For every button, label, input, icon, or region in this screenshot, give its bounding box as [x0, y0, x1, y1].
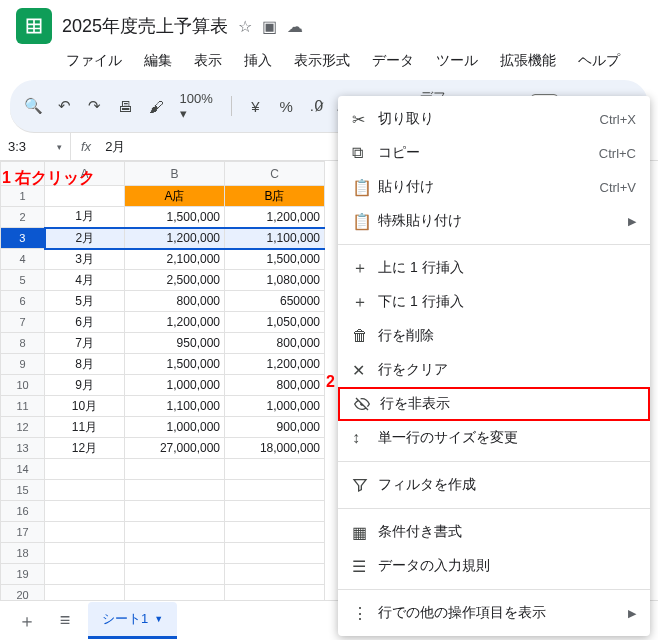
all-sheets-button[interactable]: ≡: [50, 606, 80, 636]
cell[interactable]: 1,100,000: [225, 228, 325, 249]
currency-yen-icon[interactable]: ¥: [244, 92, 267, 120]
row-header-15[interactable]: 15: [1, 480, 45, 501]
paint-format-icon[interactable]: 🖌: [145, 92, 168, 120]
row-header-17[interactable]: 17: [1, 522, 45, 543]
cell[interactable]: 12月: [45, 438, 125, 459]
ctx-resize-row[interactable]: ↕ 単一行のサイズを変更: [338, 421, 650, 455]
cell[interactable]: 1,080,000: [225, 270, 325, 291]
column-header-B[interactable]: B: [125, 162, 225, 186]
cell[interactable]: 1,200,000: [125, 312, 225, 333]
menu-data[interactable]: データ: [370, 48, 416, 74]
ctx-more[interactable]: ⋮ 行での他の操作項目を表示 ▶: [338, 596, 650, 630]
ctx-copy[interactable]: ⧉ コピー Ctrl+C: [338, 136, 650, 170]
cell[interactable]: [125, 522, 225, 543]
row-header-13[interactable]: 13: [1, 438, 45, 459]
cell[interactable]: 650000: [225, 291, 325, 312]
ctx-delete-row[interactable]: 🗑 行を削除: [338, 319, 650, 353]
star-icon[interactable]: ☆: [238, 17, 252, 36]
menu-format[interactable]: 表示形式: [292, 48, 352, 74]
print-icon[interactable]: 🖶: [114, 92, 137, 120]
ctx-create-filter[interactable]: フィルタを作成: [338, 468, 650, 502]
row-header-18[interactable]: 18: [1, 543, 45, 564]
cell[interactable]: 2,500,000: [125, 270, 225, 291]
cell[interactable]: 4月: [45, 270, 125, 291]
add-sheet-button[interactable]: ＋: [12, 606, 42, 636]
cell[interactable]: 800,000: [225, 375, 325, 396]
cell[interactable]: [125, 501, 225, 522]
cell[interactable]: [225, 480, 325, 501]
ctx-data-validation[interactable]: ☰ データの入力規則: [338, 549, 650, 583]
menu-file[interactable]: ファイル: [64, 48, 124, 74]
cell[interactable]: [45, 564, 125, 585]
formula-input[interactable]: 2月: [101, 138, 125, 156]
cell[interactable]: [125, 543, 225, 564]
row-header-5[interactable]: 5: [1, 270, 45, 291]
menu-view[interactable]: 表示: [192, 48, 224, 74]
cell[interactable]: 18,000,000: [225, 438, 325, 459]
cloud-icon[interactable]: ☁: [287, 17, 303, 36]
cell[interactable]: 1,100,000: [125, 396, 225, 417]
cell[interactable]: 1,000,000: [125, 375, 225, 396]
cell[interactable]: [45, 501, 125, 522]
row-header-16[interactable]: 16: [1, 501, 45, 522]
ctx-hide-row[interactable]: 行を非表示: [338, 387, 650, 421]
cell[interactable]: 1,200,000: [225, 354, 325, 375]
cell[interactable]: 7月: [45, 333, 125, 354]
document-title[interactable]: 2025年度売上予算表: [62, 14, 228, 38]
cell[interactable]: 5月: [45, 291, 125, 312]
cell[interactable]: 1,500,000: [125, 354, 225, 375]
cell[interactable]: 1,500,000: [125, 207, 225, 228]
cell[interactable]: 3月: [45, 249, 125, 270]
row-header-7[interactable]: 7: [1, 312, 45, 333]
cell[interactable]: 1,000,000: [125, 417, 225, 438]
menu-extensions[interactable]: 拡張機能: [498, 48, 558, 74]
cell[interactable]: 1,200,000: [125, 228, 225, 249]
cell[interactable]: 1,500,000: [225, 249, 325, 270]
cell[interactable]: 10月: [45, 396, 125, 417]
column-header-C[interactable]: C: [225, 162, 325, 186]
cell[interactable]: 27,000,000: [125, 438, 225, 459]
row-header-4[interactable]: 4: [1, 249, 45, 270]
undo-icon[interactable]: ↶: [53, 92, 76, 120]
cell[interactable]: [125, 459, 225, 480]
move-icon[interactable]: ▣: [262, 17, 277, 36]
row-header-8[interactable]: 8: [1, 333, 45, 354]
cell[interactable]: 800,000: [225, 333, 325, 354]
cell[interactable]: 1,000,000: [225, 396, 325, 417]
menu-help[interactable]: ヘルプ: [576, 48, 622, 74]
cell[interactable]: A店: [125, 186, 225, 207]
row-header-10[interactable]: 10: [1, 375, 45, 396]
cell[interactable]: 1月: [45, 207, 125, 228]
cell[interactable]: [45, 480, 125, 501]
row-header-2[interactable]: 2: [1, 207, 45, 228]
cell[interactable]: 2月: [45, 228, 125, 249]
cell[interactable]: 1,050,000: [225, 312, 325, 333]
cell[interactable]: 9月: [45, 375, 125, 396]
row-header-19[interactable]: 19: [1, 564, 45, 585]
menu-edit[interactable]: 編集: [142, 48, 174, 74]
zoom-dropdown[interactable]: 100% ▾: [176, 91, 220, 121]
decrease-decimal-icon[interactable]: .0̷: [305, 92, 328, 120]
cell[interactable]: 900,000: [225, 417, 325, 438]
cell[interactable]: [45, 522, 125, 543]
cell[interactable]: 950,000: [125, 333, 225, 354]
redo-icon[interactable]: ↷: [83, 92, 106, 120]
cell[interactable]: 2,100,000: [125, 249, 225, 270]
menu-insert[interactable]: 挿入: [242, 48, 274, 74]
row-header-11[interactable]: 11: [1, 396, 45, 417]
cell[interactable]: [125, 564, 225, 585]
cell[interactable]: [225, 564, 325, 585]
cell[interactable]: 800,000: [125, 291, 225, 312]
search-icon[interactable]: 🔍: [22, 92, 45, 120]
row-header-6[interactable]: 6: [1, 291, 45, 312]
ctx-paste[interactable]: 📋 貼り付け Ctrl+V: [338, 170, 650, 204]
sheets-logo[interactable]: [16, 8, 52, 44]
cell[interactable]: 11月: [45, 417, 125, 438]
ctx-paste-special[interactable]: 📋 特殊貼り付け ▶: [338, 204, 650, 238]
cell[interactable]: [45, 459, 125, 480]
row-header-3[interactable]: 3: [1, 228, 45, 249]
cell[interactable]: [125, 480, 225, 501]
ctx-cond-format[interactable]: ▦ 条件付き書式: [338, 515, 650, 549]
menu-tools[interactable]: ツール: [434, 48, 480, 74]
name-box[interactable]: 3:3: [0, 139, 70, 154]
